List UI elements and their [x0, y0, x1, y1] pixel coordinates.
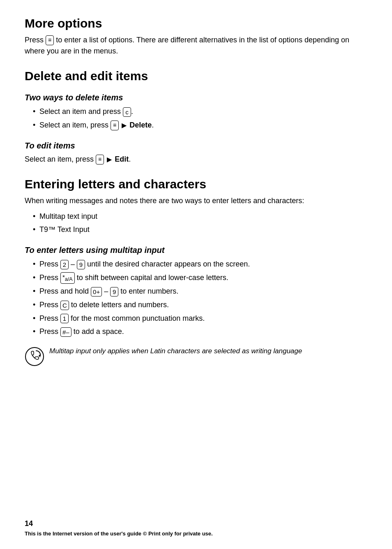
entering-letters-body: When writing messages and notes there ar…	[25, 195, 367, 206]
note-box: Multitap input only applies when Latin c…	[25, 346, 367, 366]
list-item: Press *a/A to shift between capital and …	[33, 272, 367, 284]
menu-key-icon: ≡	[46, 35, 54, 45]
list-item: Press #– to add a space.	[33, 326, 367, 338]
list-item: Select an item, press ≡ ▶ Delete.	[33, 119, 367, 131]
two-ways-list: Select an item and press c. Select an it…	[25, 106, 367, 131]
svg-marker-1	[39, 354, 40, 357]
list-item: T9™ Text Input	[33, 224, 367, 236]
page-footer: 14 This is the Internet version of the u…	[0, 519, 392, 537]
multitap-list: Press 2 – 9 until the desired character …	[25, 258, 367, 338]
list-item: Press and hold 0+ – 9 to enter numbers.	[33, 285, 367, 297]
page-content: More options Press ≡ to enter a list of …	[25, 16, 367, 366]
key-hash-icon: #–	[60, 327, 71, 337]
menu-key-icon-2: ≡	[111, 120, 119, 130]
more-options-body: Press ≡ to enter a list of options. Ther…	[25, 35, 367, 57]
key-9-icon: 9	[77, 260, 85, 269]
key-c-icon: C	[60, 301, 69, 310]
arrow-icon: ▶	[122, 122, 127, 129]
more-options-body-text: to enter a list of options. There are di…	[25, 36, 349, 55]
input-methods-list: Multitap text input T9™ Text Input	[25, 211, 367, 236]
footer-note: This is the Internet version of the user…	[25, 530, 213, 537]
list-item: Press 1 for the most common punctuation …	[33, 313, 367, 324]
page-number: 14	[25, 519, 33, 528]
multitap-subheading: To enter letters using multitap input	[25, 246, 367, 255]
edit-items-subheading: To edit items	[25, 141, 367, 151]
list-item: Multitap text input	[33, 211, 367, 222]
entering-letters-heading: Entering letters and characters	[25, 177, 367, 191]
key-star-icon: *a/A	[60, 272, 75, 284]
svg-point-0	[25, 347, 44, 366]
menu-key-icon-3: ≡	[96, 155, 104, 164]
list-item: Press C to delete letters and numbers.	[33, 299, 367, 311]
key-0plus-icon: 0+	[91, 287, 102, 297]
list-item: Select an item and press c.	[33, 106, 367, 118]
delete-edit-heading: Delete and edit items	[25, 69, 367, 83]
key-1-icon: 1	[60, 314, 69, 323]
c-key-icon: c	[123, 107, 131, 117]
note-text: Multitap input only applies when Latin c…	[49, 346, 302, 357]
more-options-heading: More options	[25, 16, 367, 30]
list-item: Press 2 – 9 until the desired character …	[33, 258, 367, 270]
delete-label: Delete	[129, 121, 152, 129]
key-9b-icon: 9	[110, 287, 118, 297]
note-icon	[25, 347, 44, 366]
key-2-icon: 2	[60, 260, 69, 269]
edit-items-body: Select an item, press ≡ ▶ Edit.	[25, 154, 367, 165]
two-ways-subheading: Two ways to delete items	[25, 93, 367, 102]
edit-label: Edit	[115, 155, 129, 163]
arrow-icon-2: ▶	[107, 156, 112, 163]
